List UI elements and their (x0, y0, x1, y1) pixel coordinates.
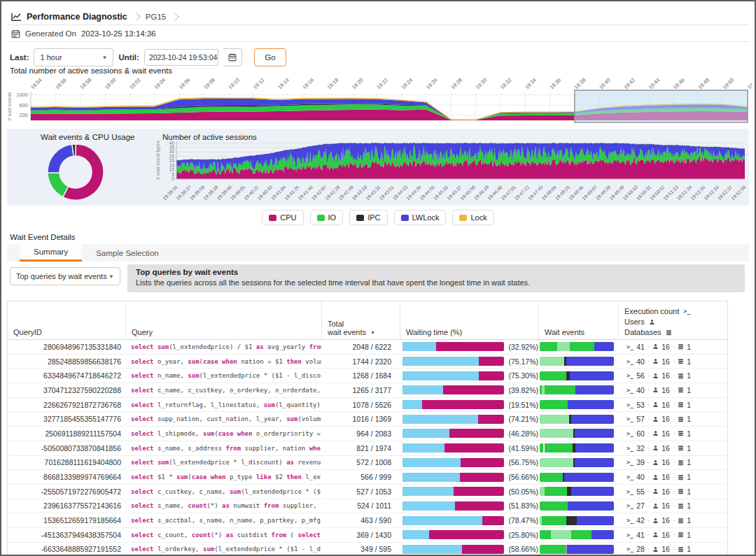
svg-text:19:02: 19:02 (128, 77, 142, 91)
legend-swatch (269, 215, 276, 221)
table-row[interactable]: 7016288111619404800select sum(l_extended… (8, 455, 727, 470)
waiting-time-pct: (46.28%) (508, 429, 538, 438)
table-row[interactable]: -4513637949438357504select c_count, coun… (8, 527, 727, 542)
wait-events-bar (540, 342, 614, 351)
users-count: 16 (662, 371, 670, 380)
waiting-time-cell: (78.47%) (400, 516, 538, 525)
queryid-cell: 2506911889211157504 (8, 429, 125, 438)
svg-text:19:50: 19:50 (722, 77, 736, 91)
chevron-down-icon: ▼ (108, 273, 114, 280)
table-row[interactable]: 2506911889211157504select l_shipmode, su… (8, 426, 727, 441)
legend-chip-lwlock[interactable]: LWLock (394, 210, 447, 225)
databases-count: 1 (687, 487, 691, 496)
table-row[interactable]: -2550571972276905472select c_custkey, c_… (8, 484, 727, 499)
execution-cell: >_40·16·1 (618, 473, 727, 481)
table-row[interactable]: 3704712327590220288select c_name, c_cust… (8, 383, 727, 397)
queryid-cell: 3277185455355147776 (8, 415, 125, 423)
sessions-wait-events-chart[interactable]: 18:5418:5618:5819:0019:0219:0419:0619:08… (6, 73, 752, 127)
table-row[interactable]: 1536512659179185664select s_acctbal, s_n… (8, 513, 727, 527)
waiting-time-cell: (74.21%) (400, 415, 538, 424)
legend-chip-cpu[interactable]: CPU (262, 210, 303, 225)
tab-summary[interactable]: Summary (20, 244, 82, 262)
table-row[interactable]: 285248859856638176select o_year, sum(cas… (8, 354, 727, 369)
query-cell: select sum(l_extendedprice * l_discount)… (125, 459, 321, 466)
table-row[interactable]: 6334849674718646272select n_name, sum(l_… (8, 368, 727, 383)
databases-count: 1 (687, 429, 691, 438)
table-row[interactable]: -6633648885927191552select l_orderkey, s… (8, 542, 727, 556)
svg-text:19:46: 19:46 (672, 77, 686, 91)
wait-events-cpu-donut[interactable] (27, 138, 125, 204)
legend-chip-io[interactable]: IO (310, 210, 344, 225)
execution-count: 32 (636, 444, 645, 452)
svg-text:19:32: 19:32 (499, 77, 513, 91)
execution-count: 56 (636, 371, 645, 380)
svg-text:19:26: 19:26 (425, 77, 439, 91)
col-waiting-time[interactable]: Waiting time (%) (400, 301, 538, 339)
legend-swatch (356, 215, 364, 221)
execution-count: 53 (636, 401, 645, 409)
total-wait-events-cell: 1265 / 3177 (321, 386, 400, 394)
svg-text:19:08: 19:08 (202, 77, 216, 91)
terminal-icon: >_ (626, 546, 634, 553)
last-select[interactable]: 1 hour ▼ (34, 48, 113, 66)
query-cell: select l_shipmode, sum(case when o_order… (125, 430, 321, 437)
waiting-time-pct: (78.47%) (508, 516, 538, 525)
user-icon (649, 319, 655, 325)
svg-text:19:20: 19:20 (351, 77, 365, 91)
waiting-time-bar (402, 385, 504, 394)
query-cell: select s_name, count(*) as numwait from … (125, 502, 321, 509)
terminal-icon: >_ (626, 415, 634, 422)
legend-chip-ipc[interactable]: IPC (349, 210, 387, 225)
queryid-cell: 1536512659179185664 (8, 516, 125, 525)
col-total-wait-events[interactable]: Total wait events▼ (321, 301, 400, 339)
col-queryid[interactable]: QueryID (8, 301, 125, 339)
tab-strip: Summary Sample Selection (7, 244, 749, 262)
legend-chip-lock[interactable]: Lock (452, 210, 493, 225)
database-icon (678, 416, 684, 422)
databases-count: 1 (687, 401, 691, 409)
report-info-box: Top queries by wait events Lists the que… (127, 264, 745, 292)
user-icon (652, 445, 659, 451)
go-button[interactable]: Go (254, 48, 286, 66)
page-title: Performance Diagnostic (27, 12, 127, 22)
svg-text:19:52:58: 19:52:58 (730, 185, 747, 201)
database-icon (678, 430, 684, 436)
report-type-select[interactable]: Top queries by wait events ▼ (10, 267, 120, 285)
table-row[interactable]: -5050080733870841856select s_name, s_add… (8, 441, 727, 455)
svg-text:1000: 1000 (16, 92, 28, 98)
table-row[interactable]: 8668133989974769664select $1 * sum(case … (8, 469, 727, 484)
terminal-icon: >_ (626, 502, 634, 509)
queryid-cell: -2550571972276905472 (8, 487, 125, 496)
svg-text:5: 5 (172, 172, 174, 177)
wait-events-bar (540, 516, 614, 525)
generated-on-label: Generated On (25, 29, 76, 38)
queryid-cell: 2266267921872736768 (8, 401, 125, 409)
breadcrumb-server[interactable]: PG15 (146, 13, 166, 21)
query-cell: select sum(l_extendedprice) / $1 as avg_… (125, 343, 321, 350)
until-input[interactable]: 2023-10-24 19:53:04+0 (144, 49, 218, 66)
table-row[interactable]: 2266267921872736768select l_returnflag, … (8, 397, 727, 412)
wait-events-bar (540, 415, 614, 424)
database-icon (678, 488, 684, 494)
table-row[interactable]: 3277185455355147776select supp_nation, c… (8, 411, 727, 426)
users-count: 16 (662, 545, 670, 553)
database-icon (678, 445, 684, 451)
col-wait-events[interactable]: Wait events (538, 301, 618, 339)
wait-events-bar (540, 357, 614, 366)
svg-text:35: 35 (169, 145, 175, 150)
col-execution[interactable]: Execution count>_ Users Databases (618, 301, 727, 339)
svg-text:19:10: 19:10 (227, 77, 241, 91)
active-sessions-chart[interactable]: 0510152025303540# wait event types19:38:… (151, 138, 750, 204)
query-cell: select c_custkey, c_name, sum(l_extended… (125, 488, 321, 495)
table-header: QueryID Query Total wait events▼ Waiting… (8, 301, 727, 340)
tab-sample-selection[interactable]: Sample Selection (82, 244, 173, 262)
user-icon (652, 358, 659, 364)
until-calendar-button[interactable] (223, 48, 242, 66)
queryid-cell: 6334849674718646272 (8, 371, 125, 380)
total-wait-events-cell: 572 / 1008 (321, 458, 400, 466)
waiting-time-pct: (74.21%) (508, 415, 538, 423)
user-icon (652, 343, 659, 350)
table-row[interactable]: 2806948967135331840select sum(l_extended… (8, 340, 727, 354)
col-query[interactable]: Query (125, 301, 321, 339)
table-row[interactable]: 2396163775572143616select s_name, count(… (8, 499, 727, 513)
